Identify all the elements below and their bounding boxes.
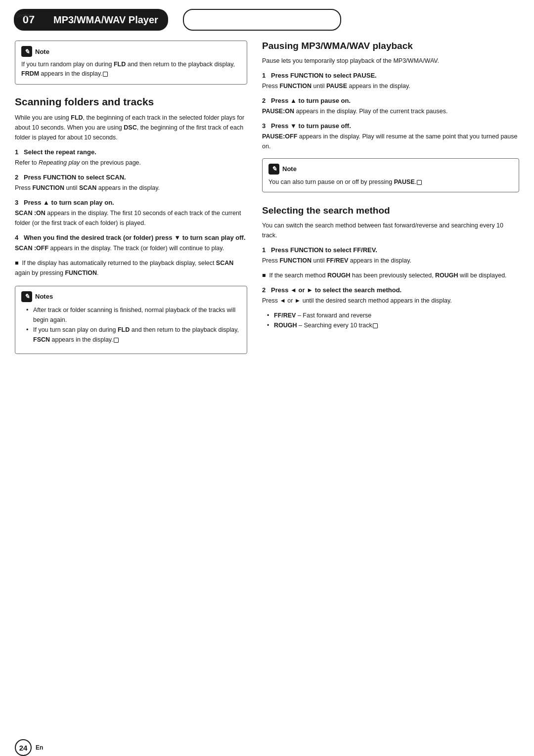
pause-note-text: You can also turn pause on or off by pre… xyxy=(268,178,513,187)
header-band: 07 MP3/WMA/WAV Player xyxy=(14,9,520,31)
step1-text: Refer to Repeating play on the previous … xyxy=(15,158,247,168)
notes-list: After track or folder scanning is finish… xyxy=(21,305,241,345)
content-area: ✎ Note If you turn random play on during… xyxy=(0,31,534,364)
notes-box-scanning: ✎ Notes After track or folder scanning i… xyxy=(15,286,247,354)
section-number: 07 xyxy=(14,9,44,31)
step4-extra: ■ If the display has automatically retur… xyxy=(15,258,247,278)
step3-heading: 3 Press ▲ to turn scan play on. xyxy=(15,199,247,206)
note-text-random: If you turn random play on during FLD an… xyxy=(21,60,241,79)
pausing-section: Pausing MP3/WMA/WAV playback Pause lets … xyxy=(262,41,519,192)
page: Section 07 MP3/WMA/WAV Player ✎ Note If … xyxy=(0,9,534,756)
pausing-title: Pausing MP3/WMA/WAV playback xyxy=(262,41,519,52)
search-rough: ROUGH – Searching every 10 track xyxy=(267,320,519,330)
pause-step3-heading: 3 Press ▼ to turn pause off. xyxy=(262,122,519,130)
search-step1-text: Press FUNCTION until FF/REV appears in t… xyxy=(262,256,519,266)
page-number: 24 xyxy=(15,739,32,756)
pause-step1-heading: 1 Press FUNCTION to select PAUSE. xyxy=(262,72,519,79)
pausing-intro: Pause lets you temporarily stop playback… xyxy=(262,56,519,66)
note-box-random-play: ✎ Note If you turn random play on during… xyxy=(15,41,247,85)
page-title: MP3/WMA/WAV Player xyxy=(44,9,168,31)
search-method-intro: You can switch the search method between… xyxy=(262,221,519,240)
note-label: Note xyxy=(35,48,49,55)
pause-step2-heading: 2 Press ▲ to turn pause on. xyxy=(262,97,519,104)
search-step1-heading: 1 Press FUNCTION to select FF/REV. xyxy=(262,246,519,254)
search-step2-heading: 2 Press ◄ or ► to select the search meth… xyxy=(262,286,519,294)
step3-text: SCAN :ON appears in the display. The fir… xyxy=(15,208,247,228)
step2-text: Press FUNCTION until SCAN appears in the… xyxy=(15,183,247,193)
pause-step1-text: Press FUNCTION until PAUSE appears in th… xyxy=(262,81,519,91)
notes-icon: ✎ xyxy=(21,291,32,302)
step2-heading: 2 Press FUNCTION to select SCAN. xyxy=(15,174,247,181)
pause-note-label: Note xyxy=(282,165,297,173)
notes-label: Notes xyxy=(35,293,53,300)
scanning-title: Scanning folders and tracks xyxy=(15,95,247,108)
step4-text: SCAN :OFF appears in the display. The tr… xyxy=(15,243,247,253)
note-box-pause: ✎ Note You can also turn pause on or off… xyxy=(262,158,519,192)
header-right-decoration xyxy=(183,9,341,31)
right-column: Pausing MP3/WMA/WAV playback Pause lets … xyxy=(262,41,519,354)
step4-heading: 4 When you find the desired track (or fo… xyxy=(15,234,247,241)
footer: 24 En xyxy=(15,739,43,756)
note-header: ✎ Note xyxy=(21,46,241,57)
search-ffrev: FF/REV – Fast forward and reverse xyxy=(267,311,519,320)
note-item-2: If you turn scan play on during FLD and … xyxy=(26,325,241,345)
pause-note-icon: ✎ xyxy=(268,164,279,175)
note-item-1: After track or folder scanning is finish… xyxy=(26,305,241,325)
pause-step3-text: PAUSE:OFF appears in the display. Play w… xyxy=(262,132,519,151)
step1-heading: 1 Select the repeat range. xyxy=(15,148,247,156)
search-method-title: Selecting the search method xyxy=(262,205,519,217)
note-icon: ✎ xyxy=(21,46,32,57)
left-column: ✎ Note If you turn random play on during… xyxy=(15,41,247,354)
section-label: Section xyxy=(16,13,32,18)
search-method-section: Selecting the search method You can swit… xyxy=(262,205,519,330)
pause-step2-text: PAUSE:ON appears in the display. Play of… xyxy=(262,106,519,116)
search-method-list: FF/REV – Fast forward and reverse ROUGH … xyxy=(262,311,519,330)
notes-header: ✎ Notes xyxy=(21,291,241,302)
footer-lang: En xyxy=(36,744,43,751)
pause-note-header: ✎ Note xyxy=(268,164,513,175)
scanning-section: Scanning folders and tracks While you ar… xyxy=(15,95,247,354)
scanning-intro: While you are using FLD, the beginning o… xyxy=(15,113,247,142)
search-step2-text: Press ◄ or ► until the desired search me… xyxy=(262,296,519,306)
search-step1-extra: ■ If the search method ROUGH has been pr… xyxy=(262,270,519,280)
